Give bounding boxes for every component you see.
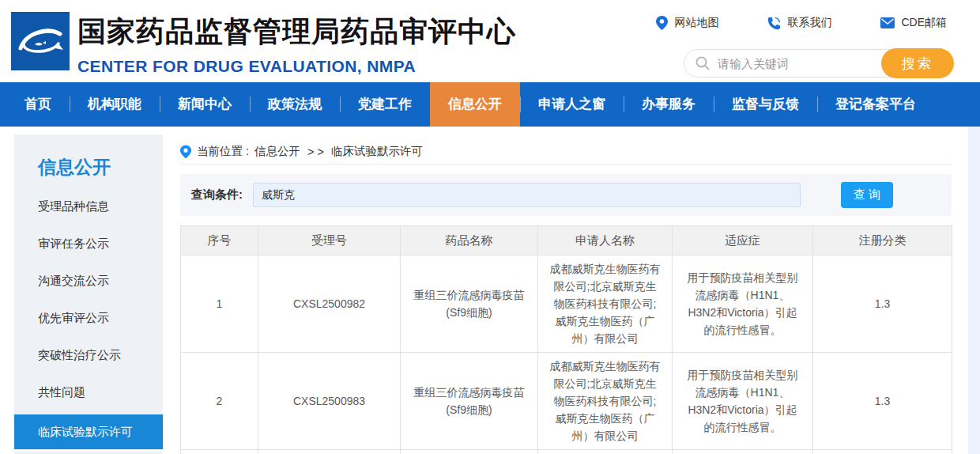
table-header-cell: 序号 (181, 226, 258, 255)
table-header-cell: 注册分类 (813, 226, 952, 255)
cde-mail-link[interactable]: CDE邮箱 (880, 16, 947, 30)
location-pin-icon (656, 16, 668, 30)
sidebar-item[interactable]: 受理品种信息 (14, 187, 163, 225)
table-cell (673, 450, 813, 454)
table-cell: CXSL2500983 (258, 353, 401, 450)
nav-item[interactable]: 办事服务 (624, 82, 714, 127)
site-search: 搜索 (684, 49, 952, 78)
nav-item[interactable]: 首页 (6, 82, 70, 127)
page-header: 国家药品监督管理局药品审评中心 CENTER FOR DRUG EVALUATI… (0, 0, 980, 82)
sidebar-item[interactable]: 沟通交流公示 (14, 262, 163, 299)
phone-icon (767, 17, 781, 30)
table-cell: 重组三价流感病毒疫苗(Sf9细胞) (401, 255, 538, 353)
table-cell: 1.3 (813, 255, 952, 353)
site-titles: 国家药品监督管理局药品审评中心 CENTER FOR DRUG EVALUATI… (77, 13, 516, 76)
table-cell (181, 450, 258, 454)
table-row: 1CXSL2500982重组三价流感病毒疫苗(Sf9细胞)成都威斯克生物医药有限… (181, 255, 952, 353)
table-cell: 成都威斯克生物医药有限公司;北京威斯克生物医药科技有限公司;威斯克生物医药（广州… (538, 353, 673, 450)
table-row: 2CXSL2500983重组三价流感病毒疫苗(Sf9细胞)成都威斯克生物医药有限… (181, 353, 952, 450)
table-cell: 1 (181, 255, 258, 353)
sidebar-title: 信息公开 (14, 134, 163, 180)
table-header-cell: 申请人名称 (538, 226, 673, 255)
table-cell (538, 450, 673, 454)
sitemap-label: 网站地图 (674, 16, 718, 30)
table-cell (813, 450, 952, 454)
sidebar-item[interactable]: 突破性治疗公示 (14, 336, 163, 373)
table-cell: 2 (181, 353, 258, 450)
breadcrumb: 当前位置 : 信息公开 > > 临床试验默示许可 (180, 139, 952, 165)
table-cell: 1.3 (813, 353, 952, 450)
main-nav: 首页机构职能新闻中心政策法规党建工作信息公开申请人之窗办事服务监督与反馈登记备案… (0, 82, 980, 127)
envelope-icon (880, 17, 895, 28)
site-title: 国家药品监督管理局药品审评中心 (77, 13, 516, 51)
breadcrumb-separator: > > (307, 146, 324, 158)
sidebar: 信息公开 受理品种信息审评任务公示沟通交流公示优先审评公示突破性治疗公示共性问题… (14, 134, 163, 448)
nav-item[interactable]: 机构职能 (70, 82, 160, 127)
cde-logo (11, 12, 70, 70)
query-condition-input[interactable] (253, 183, 801, 207)
nav-item[interactable]: 政策法规 (250, 82, 340, 127)
table-header-cell: 药品名称 (401, 226, 538, 255)
page-background-strip (968, 127, 980, 454)
table-cell: 用于预防疫苗相关型别流感病毒（H1N1、H3N2和Victoria）引起的流行性… (673, 255, 813, 353)
breadcrumb-label: 当前位置 : (197, 144, 249, 159)
search-input[interactable] (710, 57, 881, 70)
table-row-partial (181, 450, 952, 454)
nav-item[interactable]: 登记备案平台 (817, 82, 934, 127)
table-cell (401, 450, 538, 454)
results-table: 序号受理号药品名称申请人名称适应症注册分类 1CXSL2500982重组三价流感… (180, 225, 952, 454)
sidebar-item[interactable]: 临床试验默示许可 (14, 414, 163, 449)
nav-item[interactable]: 新闻中心 (160, 82, 250, 127)
table-cell: 用于预防疫苗相关型别流感病毒（H1N1、H3N2和Victoria）引起的流行性… (673, 353, 813, 450)
sidebar-item[interactable]: 共性问题 (14, 373, 163, 410)
table-body: 1CXSL2500982重组三价流感病毒疫苗(Sf9细胞)成都威斯克生物医药有限… (181, 255, 952, 454)
query-panel: 查询条件: 查询 (180, 174, 952, 216)
sitemap-link[interactable]: 网站地图 (656, 16, 718, 30)
table-header-row: 序号受理号药品名称申请人名称适应症注册分类 (181, 226, 952, 255)
nav-item[interactable]: 党建工作 (340, 82, 430, 127)
nav-item[interactable]: 信息公开 (430, 82, 520, 127)
search-button[interactable]: 搜索 (881, 48, 954, 78)
breadcrumb-item-info-disclosure[interactable]: 信息公开 (254, 144, 300, 159)
sidebar-item[interactable]: 优先审评公示 (14, 299, 163, 336)
contact-label: 联系我们 (787, 16, 831, 30)
table-cell: 重组三价流感病毒疫苗(Sf9细胞) (401, 353, 538, 450)
sidebar-menu: 受理品种信息审评任务公示沟通交流公示优先审评公示突破性治疗公示共性问题临床试验默… (14, 187, 163, 449)
breadcrumb-item-current[interactable]: 临床试验默示许可 (331, 144, 423, 159)
cde-mail-label: CDE邮箱 (901, 16, 947, 30)
contact-link[interactable]: 联系我们 (767, 16, 831, 30)
table-cell (258, 450, 401, 454)
query-button[interactable]: 查询 (841, 182, 893, 208)
table-header-cell: 受理号 (258, 226, 401, 255)
search-icon (695, 56, 710, 70)
table-cell: 成都威斯克生物医药有限公司;北京威斯克生物医药科技有限公司;威斯克生物医药（广州… (538, 255, 673, 353)
quick-links: 网站地图 联系我们 CDE邮箱 (656, 16, 947, 30)
location-pin-icon (180, 145, 191, 159)
sidebar-item[interactable]: 审评任务公示 (14, 225, 163, 262)
query-condition-label: 查询条件: (191, 187, 243, 202)
content-area: 当前位置 : 信息公开 > > 临床试验默示许可 查询条件: 查询 序号受理号药… (180, 127, 952, 454)
table-cell: CXSL2500982 (258, 255, 401, 353)
nav-item[interactable]: 监督与反馈 (714, 82, 817, 127)
table-header-cell: 适应症 (673, 226, 813, 255)
nav-item[interactable]: 申请人之窗 (520, 82, 624, 127)
cde-swoosh-logo-icon (11, 12, 70, 70)
site-subtitle: CENTER FOR DRUG EVALUATION, NMPA (77, 57, 516, 76)
